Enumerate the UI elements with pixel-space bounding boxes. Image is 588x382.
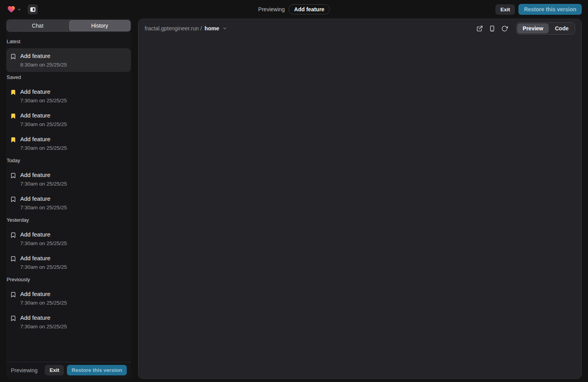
section-title: Yesterday — [6, 217, 131, 223]
section-saved: Saved Add feature 7:30am on 25/25/25 — [6, 74, 131, 155]
bookmark-outline-icon — [10, 232, 16, 239]
top-bar-center: Previewing Add feature — [258, 0, 330, 19]
tab-preview[interactable]: Preview — [517, 23, 549, 33]
tab-code[interactable]: Code — [550, 23, 574, 33]
history-item[interactable]: Add feature 7:30am on 25/25/25 — [6, 167, 131, 191]
app-preview-viewport[interactable] — [138, 38, 581, 378]
history-item-timestamp: 7:30am on 25/25/25 — [20, 240, 67, 246]
history-item-timestamp: 7:30am on 25/25/25 — [20, 121, 67, 127]
section-previously: Previously Add feature 7:30am on 25/25/2… — [6, 277, 131, 334]
tab-history[interactable]: History — [69, 20, 131, 31]
history-item-title: Add feature — [20, 88, 67, 95]
version-name-badge: Add feature — [289, 4, 330, 14]
breadcrumb-host: fractal.gptengineer.run / — [145, 25, 202, 32]
history-item[interactable]: Add feature 7:30am on 25/25/25 — [6, 191, 131, 215]
history-item-timestamp: 7:30am on 25/25/25 — [20, 300, 67, 306]
content-area: Chat History Latest Add feature 8:30am o… — [0, 19, 588, 382]
history-sidebar: Chat History Latest Add feature 8:30am o… — [6, 19, 131, 379]
history-item[interactable]: Add feature 7:30am on 25/25/25 — [6, 227, 131, 251]
bookmark-filled-icon — [10, 113, 16, 120]
previewing-status-label: Previewing — [11, 367, 37, 373]
open-in-new-tab-button[interactable] — [474, 23, 485, 34]
app-window: Previewing Add feature Exit Restore this… — [0, 0, 588, 382]
bookmark-outline-icon — [10, 172, 16, 179]
breadcrumb-page: home — [205, 25, 219, 32]
history-item-timestamp: 7:30am on 25/25/25 — [20, 264, 67, 270]
history-item-timestamp: 7:30am on 25/25/25 — [20, 98, 67, 103]
top-bar-right: Exit Restore this version — [495, 4, 582, 15]
history-item-title: Add feature — [20, 53, 67, 59]
preview-actions: Preview Code — [474, 22, 575, 35]
restore-version-button[interactable]: Restore this version — [67, 365, 127, 375]
tab-chat[interactable]: Chat — [7, 20, 68, 31]
mobile-view-button[interactable] — [486, 23, 497, 34]
bookmark-filled-icon — [10, 137, 16, 144]
preview-code-toggle: Preview Code — [516, 22, 575, 35]
preview-panel: fractal.gptengineer.run / home — [138, 19, 582, 379]
section-latest: Latest Add feature 8:30am on 25/25/25 — [6, 39, 131, 72]
exit-button[interactable]: Exit — [45, 365, 64, 375]
history-item-title: Add feature — [20, 291, 67, 297]
bookmark-outline-icon — [10, 196, 16, 203]
history-item[interactable]: Add feature 7:30am on 25/25/25 — [6, 84, 131, 108]
refresh-button[interactable] — [499, 23, 510, 34]
url-breadcrumb-dropdown[interactable]: fractal.gptengineer.run / home — [145, 25, 227, 32]
history-item-timestamp: 7:30am on 25/25/25 — [20, 145, 67, 151]
external-link-icon — [476, 25, 483, 32]
section-title: Previously — [6, 277, 131, 282]
section-title: Saved — [6, 74, 131, 80]
history-item-title: Add feature — [20, 314, 67, 321]
history-item[interactable]: Add feature 7:30am on 25/25/25 — [6, 310, 131, 334]
history-item[interactable]: Add feature 7:30am on 25/25/25 — [6, 251, 131, 274]
bookmark-outline-icon — [10, 53, 16, 60]
top-bar: Previewing Add feature Exit Restore this… — [0, 0, 588, 19]
history-item-title: Add feature — [20, 195, 67, 202]
project-menu-button[interactable] — [6, 4, 22, 14]
section-today: Today Add feature 7:30am on 25/25/25 — [6, 158, 131, 215]
history-item[interactable]: Add feature 7:30am on 25/25/25 — [6, 108, 131, 131]
history-item[interactable]: Add feature 8:30am on 25/25/25 — [6, 48, 131, 72]
previewing-status-label: Previewing — [258, 6, 285, 12]
bookmark-outline-icon — [10, 315, 16, 322]
section-title: Today — [6, 158, 131, 163]
history-item[interactable]: Add feature 7:30am on 25/25/25 — [6, 286, 131, 310]
chevron-down-icon — [17, 7, 21, 12]
history-item-timestamp: 8:30am on 25/25/25 — [20, 62, 67, 68]
history-item-title: Add feature — [20, 231, 67, 238]
history-item[interactable]: Add feature 7:30am on 25/25/25 — [6, 131, 131, 155]
bookmark-filled-icon — [10, 89, 16, 96]
sidebar-footer: Previewing Exit Restore this version — [6, 362, 131, 379]
history-item-title: Add feature — [20, 172, 67, 178]
refresh-icon — [501, 25, 508, 32]
history-item-title: Add feature — [20, 255, 67, 261]
history-item-title: Add feature — [20, 136, 67, 142]
history-item-timestamp: 7:30am on 25/25/25 — [20, 205, 67, 210]
section-yesterday: Yesterday Add feature 7:30am on 25/25/25 — [6, 217, 131, 274]
history-item-timestamp: 7:30am on 25/25/25 — [20, 181, 67, 187]
restore-version-button[interactable]: Restore this version — [518, 4, 582, 15]
section-title: Latest — [6, 39, 131, 44]
bookmark-outline-icon — [10, 291, 16, 298]
history-item-title: Add feature — [20, 112, 67, 119]
history-item-timestamp: 7:30am on 25/25/25 — [20, 324, 67, 329]
exit-button[interactable]: Exit — [495, 4, 515, 15]
lovable-heart-logo-icon — [7, 5, 16, 14]
bookmark-outline-icon — [10, 256, 16, 263]
sidebar-tab-bar: Chat History — [6, 19, 131, 32]
preview-header: fractal.gptengineer.run / home — [138, 19, 581, 38]
panel-left-icon — [30, 6, 36, 13]
history-list: Latest Add feature 8:30am on 25/25/25 Sa… — [6, 32, 131, 362]
chevron-down-icon — [222, 26, 227, 31]
top-bar-left — [6, 4, 38, 14]
smartphone-icon — [489, 25, 495, 32]
sidebar-toggle-button[interactable] — [28, 4, 38, 14]
